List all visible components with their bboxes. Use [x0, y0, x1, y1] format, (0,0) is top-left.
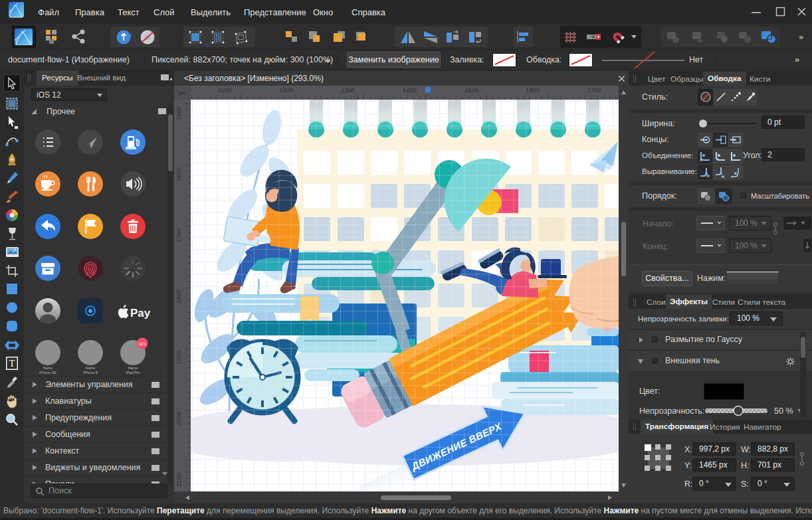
svg-text:iPhone 8: iPhone 8 — [83, 371, 98, 375]
svg-text:1600: 1600 — [526, 86, 540, 94]
svg-text:Name: Name — [128, 366, 138, 370]
svg-text:123: 123 — [139, 342, 146, 346]
svg-text:T: T — [9, 358, 15, 369]
svg-text:iPhone SE: iPhone SE — [39, 371, 56, 375]
svg-text:1400: 1400 — [403, 86, 417, 94]
svg-text:Name: Name — [86, 366, 96, 370]
svg-text:1200: 1200 — [279, 86, 293, 94]
svg-text:1600: 1600 — [175, 167, 182, 181]
svg-text:1100: 1100 — [218, 86, 231, 94]
svg-text:Pay: Pay — [130, 307, 151, 319]
svg-text:1800: 1800 — [175, 290, 182, 303]
svg-text:2000: 2000 — [175, 412, 182, 426]
svg-text:1500: 1500 — [464, 86, 478, 94]
svg-text:1700: 1700 — [587, 86, 601, 94]
svg-text:1300: 1300 — [341, 86, 355, 94]
svg-text:2100: 2100 — [175, 473, 182, 487]
svg-text:1900: 1900 — [175, 351, 182, 365]
svg-text:1500: 1500 — [175, 106, 182, 120]
svg-text:Name: Name — [43, 366, 53, 370]
svg-text:1700: 1700 — [175, 228, 182, 242]
svg-text:iPad Pro: iPad Pro — [126, 371, 140, 375]
